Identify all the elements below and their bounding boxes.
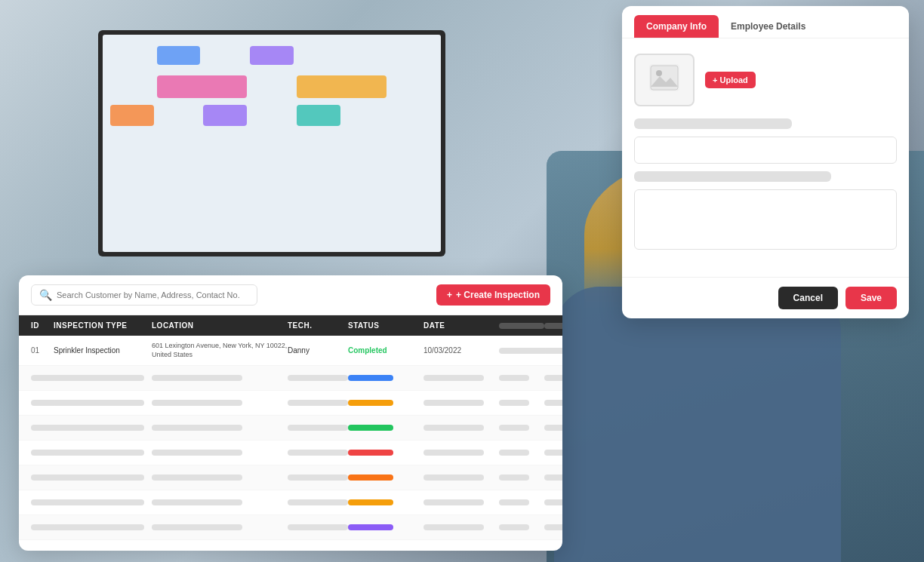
status-badge [348, 524, 393, 530]
status-badge: Completed [348, 346, 424, 355]
company-logo-placeholder [634, 54, 695, 106]
monitor [98, 30, 445, 256]
status-badge [348, 425, 393, 431]
table-row: ✎ [19, 441, 562, 465]
table-row: ✎ [19, 465, 562, 490]
table-row: ✎ [19, 366, 562, 391]
panel-body: + Upload [622, 38, 909, 277]
search-input[interactable] [57, 290, 249, 299]
upload-button[interactable]: + Upload [705, 72, 756, 88]
col-location: LOCATION [152, 321, 288, 330]
cell-id: 01 [31, 346, 54, 355]
company-name-input[interactable] [634, 137, 897, 164]
tab-employee-details[interactable]: Employee Details [719, 15, 818, 38]
search-box[interactable]: 🔍 [31, 284, 257, 306]
status-badge [348, 474, 393, 481]
status-badge [348, 450, 393, 456]
col-date: DATE [424, 321, 499, 330]
col-status: STATUS [348, 321, 424, 330]
table-row: ✎ [19, 416, 562, 441]
cell-extra2 [544, 348, 562, 354]
status-badge [348, 375, 393, 381]
table-row: ✎ [19, 490, 562, 515]
cell-tech: Danny [288, 346, 348, 355]
inspection-table-panel: 🔍 + + Create Inspection ID INSPECTION TY… [19, 275, 562, 551]
panel-tabs: Company Info Employee Details [622, 6, 909, 38]
save-button[interactable]: Save [845, 287, 897, 309]
table-toolbar: 🔍 + + Create Inspection [19, 275, 562, 315]
status-badge [348, 400, 393, 406]
field-placeholder-1 [634, 118, 792, 129]
company-description-textarea[interactable] [634, 189, 897, 250]
table-row: ✎ [19, 391, 562, 416]
cancel-button[interactable]: Cancel [778, 287, 838, 309]
table-header: ID INSPECTION TYPE LOCATION TECH. STATUS… [19, 315, 562, 336]
cell-date: 10/03/2022 [424, 346, 499, 355]
col-tech: TECH. [288, 321, 348, 330]
create-inspection-button[interactable]: + + Create Inspection [436, 284, 550, 306]
table-row: 01 Sprinkler Inspection 601 Lexington Av… [19, 336, 562, 366]
field-placeholder-2 [634, 171, 831, 182]
table-row: ✎ [19, 515, 562, 540]
status-badge [348, 499, 393, 505]
cell-type: Sprinkler Inspection [54, 346, 152, 355]
col-id: ID [31, 321, 54, 330]
col-type: INSPECTION TYPE [54, 321, 152, 330]
search-icon: 🔍 [39, 289, 52, 301]
svg-point-2 [656, 70, 662, 76]
col-extra2 [544, 323, 562, 329]
table-body: 01 Sprinkler Inspection 601 Lexington Av… [19, 336, 562, 543]
tab-company-info[interactable]: Company Info [634, 15, 719, 38]
create-inspection-label: + Create Inspection [456, 290, 540, 300]
image-icon [649, 64, 679, 97]
col-extra1 [499, 323, 544, 329]
plus-icon: + [447, 290, 452, 300]
company-info-panel: Company Info Employee Details + Upload [622, 6, 909, 318]
cell-location: 601 Lexington Avenue, New York, NY 10022… [152, 342, 288, 359]
panel-footer: Cancel Save [622, 277, 909, 318]
table-row: ✎ [19, 540, 562, 543]
image-upload-row: + Upload [634, 54, 897, 106]
